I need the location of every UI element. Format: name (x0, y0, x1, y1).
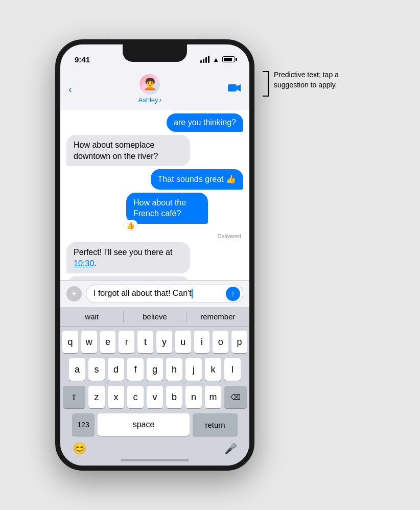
annotation-bracket (263, 71, 269, 97)
key-d[interactable]: d (108, 358, 124, 381)
key-b[interactable]: b (166, 386, 182, 408)
input-area: + I forgot all about that! Can't ↑ (60, 280, 249, 307)
message-text: That sounds great 👍 (158, 175, 236, 183)
messages-list: are you thinking? How about someplace do… (60, 109, 249, 280)
key-a[interactable]: a (69, 358, 85, 381)
key-j[interactable]: j (185, 358, 202, 381)
wifi-icon: ▲ (213, 56, 219, 63)
key-v[interactable]: v (147, 386, 163, 408)
key-row-4: 123 space return (62, 413, 247, 436)
key-q[interactable]: q (62, 331, 78, 353)
message-bubble: How about someplace downtown on the rive… (66, 135, 190, 166)
message-bubble: Perfect! I'll see you there at 10:30. (66, 242, 190, 273)
message-bubble: are you thinking? (167, 113, 243, 132)
microphone-button[interactable]: 🎤 (224, 443, 237, 455)
video-call-button[interactable] (228, 82, 241, 96)
key-x[interactable]: x (108, 386, 124, 408)
list-item: How about the French café? 👍 Delivered (66, 193, 243, 239)
signal-icon (200, 56, 209, 63)
message-text: How about someplace downtown on the rive… (74, 141, 158, 160)
key-row-2: a s d f g h j k l (62, 358, 247, 381)
key-p[interactable]: p (231, 331, 247, 353)
message-bubble: Remind me to tell you about our trip to … (66, 276, 190, 280)
add-icon: + (72, 289, 77, 299)
send-button[interactable]: ↑ (226, 287, 240, 301)
reaction-wrapper: How about the French café? 👍 (126, 193, 243, 224)
key-s[interactable]: s (88, 358, 105, 381)
key-e[interactable]: e (100, 331, 116, 353)
key-r[interactable]: r (119, 331, 134, 353)
list-item: Remind me to tell you about our trip to … (66, 276, 243, 280)
nav-center: 🧑‍🦱 Ashley › (138, 74, 161, 104)
key-k[interactable]: k (205, 358, 221, 381)
key-f[interactable]: f (127, 358, 144, 381)
key-w[interactable]: w (81, 331, 97, 353)
input-text: I forgot all about that! Can't (94, 289, 193, 297)
key-c[interactable]: c (127, 386, 144, 408)
message-text: are you thinking? (174, 118, 236, 127)
keyboard: wait believe remember q w e r t y u (60, 307, 249, 466)
send-icon: ↑ (231, 290, 235, 298)
list-item: That sounds great 👍 (66, 169, 243, 190)
key-t[interactable]: t (137, 331, 153, 353)
predictive-word-2[interactable]: believe (123, 307, 186, 326)
message-bubble: How about the French café? (126, 193, 208, 224)
numbers-key[interactable]: 123 (72, 413, 95, 436)
key-g[interactable]: g (147, 358, 163, 381)
key-h[interactable]: h (166, 358, 182, 381)
space-key[interactable]: space (98, 413, 190, 436)
key-o[interactable]: o (213, 331, 228, 353)
key-z[interactable]: z (88, 386, 105, 408)
message-input[interactable]: I forgot all about that! Can't ↑ (86, 285, 243, 303)
message-bubble: That sounds great 👍 (151, 169, 243, 190)
key-y[interactable]: y (156, 331, 172, 353)
delivered-label: Delivered (218, 233, 243, 239)
key-n[interactable]: n (185, 386, 202, 408)
key-u[interactable]: u (175, 331, 191, 353)
return-key[interactable]: return (193, 413, 238, 436)
cursor (192, 289, 193, 298)
key-l[interactable]: l (224, 358, 241, 381)
list-item: How about someplace downtown on the rive… (66, 135, 243, 166)
reaction-badge: 👍 (123, 220, 138, 231)
predictive-word-1[interactable]: wait (60, 307, 123, 326)
key-i[interactable]: i (194, 331, 210, 353)
message-text: How about the French café? (133, 198, 186, 218)
annotation-text: Predictive text; tap a suggestion to app… (274, 70, 365, 90)
battery-icon (222, 56, 235, 62)
back-button[interactable]: ‹ (68, 84, 72, 94)
contact-name[interactable]: Ashley › (138, 96, 161, 104)
predictive-word-3[interactable]: remember (186, 307, 249, 326)
messages-area: are you thinking? How about someplace do… (60, 109, 249, 280)
list-item: Perfect! I'll see you there at 10:30. (66, 242, 243, 273)
notch (123, 44, 187, 62)
message-text: Perfect! I'll see you there at 10:30. (74, 248, 172, 268)
time-link[interactable]: 10:30 (74, 259, 94, 268)
nav-header: ‹ 🧑‍🦱 Ashley › (60, 70, 249, 109)
avatar: 🧑‍🦱 (139, 74, 160, 95)
key-rows: q w e r t y u i o p a s (60, 327, 249, 438)
phone-frame: 9:41 ▲ ‹ (55, 39, 254, 471)
key-m[interactable]: m (205, 386, 221, 408)
home-indicator (121, 459, 189, 461)
status-time: 9:41 (75, 55, 90, 64)
add-button[interactable]: + (66, 286, 82, 302)
back-chevron-icon: ‹ (68, 84, 72, 94)
annotation: Predictive text; tap a suggestion to app… (263, 70, 365, 97)
contact-chevron-icon: › (159, 96, 162, 104)
shift-key[interactable]: ⇧ (63, 386, 85, 408)
emoji-button[interactable]: 😊 (73, 442, 86, 455)
key-row-1: q w e r t y u i o p (62, 331, 247, 353)
delete-key[interactable]: ⌫ (224, 386, 247, 408)
predictive-bar: wait believe remember (60, 307, 249, 327)
svg-rect-0 (228, 84, 237, 91)
status-icons: ▲ (200, 56, 235, 63)
key-row-3: ⇧ z x c v b n m ⌫ (62, 386, 247, 408)
list-item: are you thinking? (66, 113, 243, 132)
